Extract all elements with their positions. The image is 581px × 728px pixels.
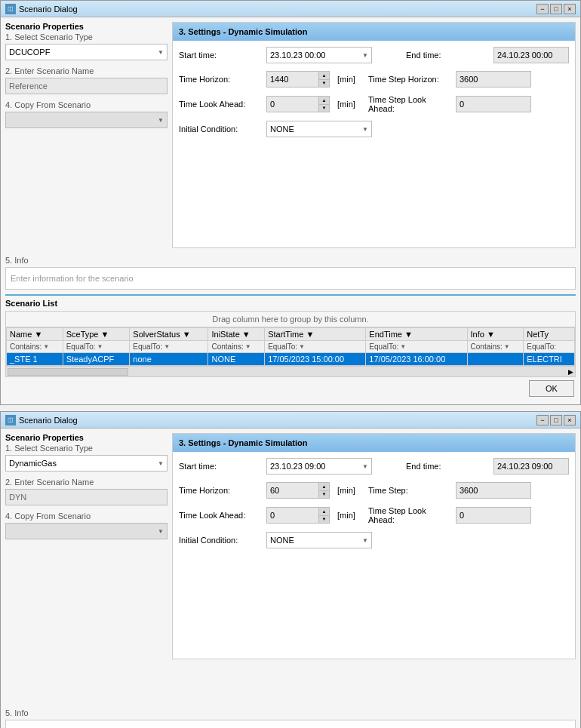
time-step-look-ahead-value-1: 0	[456, 96, 531, 112]
time-horizon-spinner-2[interactable]: 60 ▲ ▼	[266, 482, 330, 499]
col-header-scetype[interactable]: SceType ▼	[63, 328, 130, 341]
time-look-ahead-spinner-1[interactable]: 0 ▲ ▼	[266, 96, 330, 112]
end-time-value-2: 24.10.23 09:00	[493, 458, 569, 475]
select-type-label-2: 1. Select Scenario Type	[5, 444, 168, 453]
select-type-label-1: 1. Select Scenario Type	[5, 32, 168, 41]
left-panel-2: Scenario Properties 1. Select Scenario T…	[5, 433, 168, 659]
minimize-button-2[interactable]: −	[536, 415, 549, 425]
spinner-down-tla2[interactable]: ▼	[319, 516, 329, 524]
time-look-ahead-spinner-2[interactable]: 0 ▲ ▼	[266, 507, 330, 524]
spinner-up-tla2[interactable]: ▲	[319, 508, 329, 516]
ok-row: OK	[5, 377, 576, 400]
col-header-netty[interactable]: NetTy	[524, 328, 575, 341]
filter-arrow-solverstatus[interactable]: ▼	[164, 343, 170, 350]
filter-arrow-info[interactable]: ▼	[504, 343, 510, 350]
initial-condition-value-1: NONE	[270, 124, 294, 134]
time-horizon-spinner-1[interactable]: 1440 ▲ ▼	[266, 71, 330, 88]
scenario-list-section: Scenario List Drag column here to group …	[5, 294, 576, 400]
start-time-dropdown-1[interactable]: 23.10.23 00:00 ▼	[266, 47, 372, 63]
maximize-button-1[interactable]: □	[550, 4, 562, 14]
time-horizon-unit-1: [min]	[337, 75, 364, 84]
table-wrapper: Name ▼ SceType ▼ SolverStatus ▼ IniState…	[6, 327, 575, 366]
spinner-up-th1[interactable]: ▲	[319, 72, 329, 80]
chevron-down-icon-1: ▼	[158, 49, 164, 56]
ok-button[interactable]: OK	[529, 380, 574, 397]
filter-arrow-name[interactable]: ▼	[43, 343, 49, 350]
time-step-look-ahead-label-1: Time Step Look Ahead:	[368, 95, 451, 113]
enter-name-label-2: 2. Enter Scenario Name	[5, 478, 168, 487]
close-button-2[interactable]: ×	[564, 415, 576, 425]
col-header-starttime[interactable]: StartTime ▼	[265, 328, 366, 341]
scrollbar-track[interactable]	[8, 368, 128, 376]
main-layout-2: Scenario Properties 1. Select Scenario T…	[5, 433, 576, 659]
chevron-down-icon-st1: ▼	[362, 52, 368, 59]
scenario-type-dropdown-1[interactable]: DCUCOPF ▼	[5, 44, 168, 60]
settings-header-2: 3. Settings - Dynamic Simulation	[173, 434, 575, 452]
initial-condition-dropdown-1[interactable]: NONE ▼	[266, 121, 372, 137]
window2: ◫ Scenario Dialog − □ × Scenario Propert…	[0, 411, 581, 728]
chevron-down-icon-2: ▼	[158, 460, 164, 467]
scrollbar-right-arrow[interactable]: ▶	[568, 368, 575, 376]
time-look-ahead-row-1: Time Look Ahead: 0 ▲ ▼ [min] Time Step L…	[179, 95, 569, 113]
time-look-ahead-input-2[interactable]: 0	[266, 507, 319, 524]
spinner-arrows-tla1[interactable]: ▲ ▼	[319, 96, 330, 112]
spinner-down-th1[interactable]: ▼	[319, 80, 329, 88]
time-horizon-input-2[interactable]: 60	[266, 482, 319, 499]
filter-arrow-scetype[interactable]: ▼	[97, 343, 103, 350]
start-end-time-row-1: Start time: 23.10.23 00:00 ▼ End time: 2…	[179, 47, 569, 63]
col-header-inistate[interactable]: IniState ▼	[208, 328, 265, 341]
filter-arrow-inistate[interactable]: ▼	[245, 343, 251, 350]
col-header-name[interactable]: Name ▼	[7, 328, 63, 341]
time-look-ahead-unit-2: [min]	[337, 511, 364, 520]
time-horizon-row-2: Time Horizon: 60 ▲ ▼ [min] Time Step:	[179, 482, 569, 499]
settings-header-1: 3. Settings - Dynamic Simulation	[173, 23, 575, 41]
spinner-arrows-th2[interactable]: ▲ ▼	[319, 482, 330, 499]
spinner-arrows-tla2[interactable]: ▲ ▼	[319, 507, 330, 524]
app-icon-2: ◫	[5, 415, 16, 425]
filter-arrow-starttime[interactable]: ▼	[299, 343, 305, 350]
time-horizon-input-1[interactable]: 1440	[266, 71, 319, 88]
copy-from-label-1: 4. Copy From Scenario	[5, 100, 168, 109]
start-time-dropdown-2[interactable]: 23.10.23 09:00 ▼	[266, 458, 372, 475]
horizontal-scrollbar[interactable]: ▶	[6, 366, 575, 376]
spinner-up-th2[interactable]: ▲	[319, 483, 329, 491]
window1-content: Scenario Properties 1. Select Scenario T…	[1, 17, 580, 404]
filter-arrow-endtime[interactable]: ▼	[400, 343, 406, 350]
time-horizon-label-1: Time Horizon:	[179, 75, 262, 84]
time-step-look-ahead-value-2: 0	[456, 507, 531, 524]
minimize-button-1[interactable]: −	[536, 4, 549, 14]
window1-title: Scenario Dialog	[19, 5, 78, 14]
settings-body-2: Start time: 23.10.23 09:00 ▼ End time: 2…	[173, 452, 575, 562]
spinner-down-tla1[interactable]: ▼	[319, 105, 329, 112]
settings-body-1: Start time: 23.10.23 00:00 ▼ End time: 2…	[173, 41, 575, 151]
time-look-ahead-input-1[interactable]: 0	[266, 96, 319, 112]
maximize-button-2[interactable]: □	[550, 415, 562, 425]
filter-endtime: EqualTo:▼	[366, 341, 467, 353]
initial-condition-row-1: Initial Condition: NONE ▼	[179, 121, 569, 137]
close-button-1[interactable]: ×	[564, 4, 576, 14]
scenario-type-dropdown-2[interactable]: DynamicGas ▼	[5, 455, 168, 472]
copy-from-label-2: 4. Copy From Scenario	[5, 511, 168, 521]
initial-condition-dropdown-2[interactable]: NONE ▼	[266, 532, 372, 548]
spinner-up-tla1[interactable]: ▲	[319, 97, 329, 105]
col-header-endtime[interactable]: EndTime ▼	[366, 328, 467, 341]
copy-from-dropdown-1[interactable]: ▼	[5, 112, 168, 128]
window2-title: Scenario Dialog	[19, 416, 78, 425]
scenario-table: Name ▼ SceType ▼ SolverStatus ▼ IniState…	[6, 327, 575, 366]
start-time-value-2: 23.10.23 09:00	[270, 462, 325, 471]
spinner-down-th2[interactable]: ▼	[319, 491, 329, 499]
initial-condition-label-2: Initial Condition:	[179, 536, 262, 545]
time-look-ahead-row-2: Time Look Ahead: 0 ▲ ▼ [min] Time Step L…	[179, 506, 569, 524]
filter-solverstatus: EqualTo:▼	[130, 341, 208, 353]
col-header-solverstatus[interactable]: SolverStatus ▼	[130, 328, 208, 341]
time-look-ahead-unit-1: [min]	[337, 100, 364, 109]
time-look-ahead-label-2: Time Look Ahead:	[179, 511, 262, 520]
scenario-name-field-1[interactable]: Reference	[5, 78, 168, 94]
copy-from-dropdown-2[interactable]: ▼	[5, 523, 168, 539]
col-header-info[interactable]: Info ▼	[467, 328, 524, 341]
info-textarea-1[interactable]: Enter information for the scenario	[5, 267, 576, 290]
spinner-arrows-th1[interactable]: ▲ ▼	[319, 71, 330, 88]
scenario-name-field-2[interactable]: DYN	[5, 489, 168, 505]
info-textarea-2[interactable]: Enter information for the scenario	[5, 720, 576, 728]
table-row[interactable]: _STE 1 SteadyACPF none NONE 17/05/2023 1…	[7, 353, 575, 366]
